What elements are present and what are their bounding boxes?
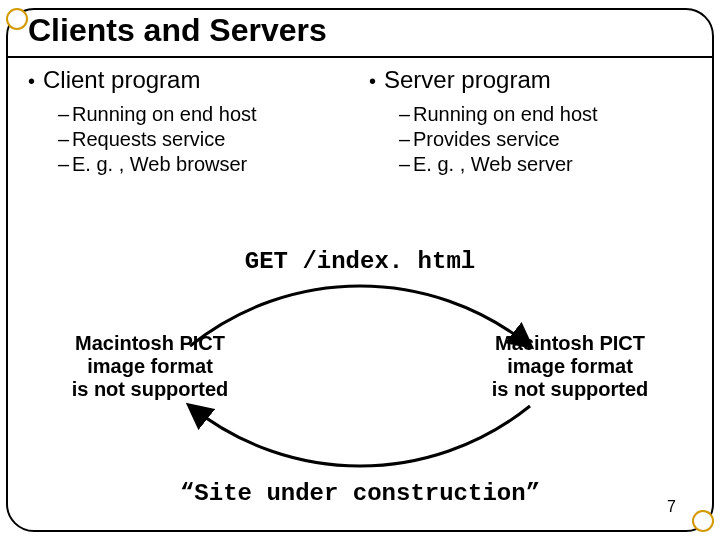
right-subitem: –E. g. , Web server — [399, 152, 692, 177]
right-subitem-text: Provides service — [413, 128, 560, 150]
corner-accent-top-left — [6, 8, 28, 30]
right-subitem-text: E. g. , Web server — [413, 153, 573, 175]
left-subitem-text: E. g. , Web browser — [72, 153, 247, 175]
left-subitems: –Running on end host –Requests service –… — [58, 102, 351, 177]
right-subitem: –Provides service — [399, 127, 692, 152]
response-text: “Site under construction” — [0, 480, 720, 507]
right-subitem-text: Running on end host — [413, 103, 598, 125]
left-column: • Client program –Running on end host –R… — [28, 66, 351, 177]
pict-line: Macintosh PICT — [470, 332, 670, 355]
pict-line: is not supported — [470, 378, 670, 401]
bullet-dot-icon: • — [28, 71, 35, 91]
slide: Clients and Servers • Client program –Ru… — [0, 0, 720, 540]
title-rule — [8, 56, 712, 58]
pict-placeholder-left: Macintosh PICT image format is not suppo… — [50, 332, 250, 401]
right-column: • Server program –Running on end host –P… — [369, 66, 692, 177]
left-subitem: –E. g. , Web browser — [58, 152, 351, 177]
slide-title: Clients and Servers — [28, 12, 327, 49]
request-text: GET /index. html — [0, 248, 720, 275]
pict-placeholder-right: Macintosh PICT image format is not suppo… — [470, 332, 670, 401]
left-subitem: –Running on end host — [58, 102, 351, 127]
left-heading-row: • Client program — [28, 66, 351, 100]
left-subitem-text: Running on end host — [72, 103, 257, 125]
right-heading-row: • Server program — [369, 66, 692, 100]
left-heading: Client program — [43, 66, 200, 94]
pict-line: is not supported — [50, 378, 250, 401]
right-heading: Server program — [384, 66, 551, 94]
arrow-bottom — [190, 406, 530, 466]
diagram-area: Macintosh PICT image format is not suppo… — [60, 276, 660, 476]
pict-line: image format — [470, 355, 670, 378]
bullet-dot-icon: • — [369, 71, 376, 91]
left-subitem: –Requests service — [58, 127, 351, 152]
corner-accent-bottom-right — [692, 510, 714, 532]
right-subitems: –Running on end host –Provides service –… — [399, 102, 692, 177]
pict-line: Macintosh PICT — [50, 332, 250, 355]
pict-line: image format — [50, 355, 250, 378]
right-subitem: –Running on end host — [399, 102, 692, 127]
page-number: 7 — [667, 498, 676, 516]
left-subitem-text: Requests service — [72, 128, 225, 150]
content-columns: • Client program –Running on end host –R… — [28, 66, 692, 177]
